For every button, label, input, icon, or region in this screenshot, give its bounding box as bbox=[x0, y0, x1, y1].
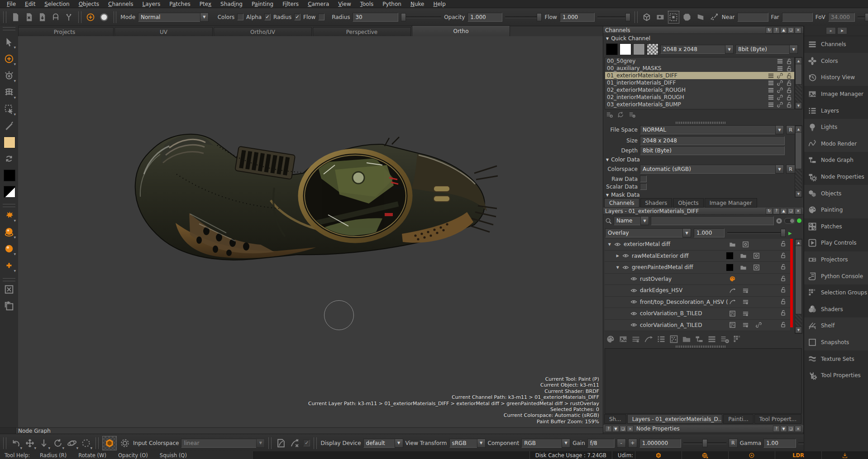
sidebar-item-python-console[interactable]: Python Console bbox=[804, 268, 868, 284]
add-image-layer-button[interactable] bbox=[617, 335, 630, 344]
filter-toggle[interactable] bbox=[784, 218, 795, 224]
layer-expander[interactable]: ▼ bbox=[605, 242, 611, 246]
layer-lock-icon[interactable] bbox=[780, 309, 787, 316]
projection-patch-select-button[interactable] bbox=[668, 11, 679, 23]
layer-maskdot-icon[interactable] bbox=[742, 241, 749, 248]
sphere-preview[interactable]: ▼ bbox=[3, 243, 15, 255]
close-project-button[interactable] bbox=[24, 11, 34, 23]
shader-settings-button[interactable] bbox=[119, 437, 131, 449]
search-filter-dropdown[interactable]: Name▼ bbox=[614, 216, 649, 225]
blend-amount-slider[interactable] bbox=[727, 229, 786, 237]
layer-expander[interactable]: ▶ bbox=[605, 254, 619, 258]
viewport-tab-ortho[interactable]: Ortho bbox=[412, 25, 510, 36]
opacity-input[interactable]: 1.000 bbox=[467, 13, 502, 22]
channel-menu-icon[interactable] bbox=[768, 72, 774, 79]
menu-layers[interactable]: Layers bbox=[138, 0, 165, 8]
undo-view-button[interactable]: ▼ bbox=[10, 437, 22, 449]
sidebar-item-shelf[interactable]: Shelf bbox=[804, 317, 868, 334]
layer-folder-icon[interactable] bbox=[740, 252, 747, 259]
flow-slider[interactable] bbox=[597, 13, 630, 21]
viewport-tab-projects[interactable]: Projects bbox=[15, 27, 114, 36]
color-data-header[interactable]: ▼Color Data bbox=[606, 156, 640, 163]
scalar-data-checkbox[interactable] bbox=[640, 183, 647, 190]
layer-folder-icon[interactable] bbox=[740, 264, 747, 271]
channel-link-icon[interactable] bbox=[777, 94, 783, 101]
properties-scrollbar[interactable]: ▲ ▼ bbox=[795, 125, 802, 198]
sidebar-item-tool-properties[interactable]: Tool Properties bbox=[804, 367, 868, 384]
viewport-tab-uv[interactable]: UV bbox=[114, 27, 213, 36]
menu-camera[interactable]: Camera bbox=[304, 0, 333, 8]
channel-link-icon[interactable] bbox=[777, 87, 783, 94]
add-channel-button[interactable] bbox=[606, 111, 613, 118]
toolbar-grip[interactable] bbox=[3, 204, 15, 207]
channel-row[interactable]: 01_interiorMaterials_DIFF bbox=[605, 79, 794, 86]
warp-tool[interactable]: ▼ bbox=[3, 86, 15, 98]
menu-shading[interactable]: Shading bbox=[216, 0, 247, 8]
splitter-handle[interactable] bbox=[676, 345, 725, 348]
layer-folder-icon[interactable] bbox=[729, 241, 736, 248]
background-color-swatch[interactable] bbox=[4, 170, 15, 181]
layer-grid-view-button[interactable] bbox=[731, 335, 744, 344]
opacity-slider[interactable] bbox=[505, 13, 542, 21]
channel-link-icon[interactable] bbox=[777, 80, 783, 86]
toolbar-grip[interactable] bbox=[95, 437, 99, 449]
ptex-import-button[interactable] bbox=[50, 11, 61, 23]
brush-tip-preview[interactable] bbox=[99, 11, 110, 23]
sidebar-item-modo-render[interactable]: Modo Render bbox=[804, 136, 868, 152]
layer-curve-icon[interactable] bbox=[729, 287, 736, 294]
radius-slider[interactable] bbox=[401, 13, 441, 21]
mask-data-header[interactable]: ▼Mask Data bbox=[606, 192, 640, 198]
node-properties-header[interactable]: ?▼ ❏× Node Properties ?▼ ❏× bbox=[603, 425, 803, 433]
sync-channel-button[interactable] bbox=[617, 111, 624, 118]
layer-visibility-icon[interactable] bbox=[630, 287, 637, 294]
remove-layer-button[interactable] bbox=[718, 335, 731, 344]
flow-checkbox[interactable] bbox=[318, 14, 324, 20]
layer-lock-icon[interactable] bbox=[780, 298, 787, 305]
paint-mode-dropdown[interactable]: Normal▼ bbox=[138, 13, 209, 22]
add-adjustment-layer-button[interactable] bbox=[630, 335, 642, 344]
layer-row[interactable]: ▼ greenPaintedMetal diff bbox=[605, 262, 790, 274]
toolbar-grip[interactable] bbox=[634, 11, 638, 23]
layer-row[interactable]: colorVariation_B_TILED bbox=[605, 308, 790, 320]
add-item[interactable]: ▼ bbox=[3, 260, 15, 271]
panel-window-buttons[interactable]: ↻? ▲❏ × bbox=[766, 208, 801, 214]
channel-menu-icon[interactable] bbox=[777, 58, 783, 65]
model-k3-m11[interactable] bbox=[122, 120, 498, 276]
quick-size-dropdown[interactable]: 2048 x 2048▼ bbox=[660, 45, 734, 54]
file-space-reset-button[interactable]: R bbox=[786, 125, 795, 134]
channel-row[interactable]: 00_auxiliary_MASKS bbox=[605, 65, 794, 72]
curve-clear-button[interactable] bbox=[289, 437, 301, 449]
record-status-icon[interactable] bbox=[729, 451, 775, 459]
marquee-select-tool[interactable]: ▼ bbox=[3, 103, 15, 115]
fov-input[interactable]: 34.000 bbox=[828, 13, 855, 22]
layer-lock-icon[interactable] bbox=[780, 286, 787, 293]
projection-on[interactable]: ▼ bbox=[3, 226, 15, 238]
channel-scrollbar[interactable]: ▲ ▼ bbox=[795, 57, 802, 109]
channel-menu-icon[interactable] bbox=[768, 101, 774, 108]
layer-lock-icon[interactable] bbox=[780, 240, 787, 247]
toolbar-grip[interactable] bbox=[268, 437, 272, 449]
gain-reset-button[interactable]: R bbox=[729, 439, 738, 448]
dock-tab[interactable]: Painti... bbox=[723, 414, 753, 424]
projection-eye-card-button[interactable] bbox=[655, 11, 666, 23]
menu-edit[interactable]: Edit bbox=[21, 0, 39, 8]
menu-patches[interactable]: Patches bbox=[165, 0, 195, 8]
ldr-indicator[interactable]: LDR bbox=[775, 451, 821, 459]
expand-all-icon[interactable]: » bbox=[826, 27, 836, 34]
fov-slider[interactable] bbox=[858, 13, 868, 21]
sidebar-item-snapshots[interactable]: Snapshots bbox=[804, 334, 868, 351]
layers-panel-header[interactable]: Layers - 01_exteriorMaterials_DIFF ↻? ▲❏… bbox=[603, 208, 803, 215]
channel-lock-icon[interactable] bbox=[786, 58, 792, 65]
quick-swatch-white[interactable] bbox=[620, 43, 631, 55]
layer-search-input[interactable] bbox=[651, 216, 774, 225]
menu-file[interactable]: File bbox=[3, 0, 20, 8]
pin-cursor-icon[interactable]: ➤ bbox=[837, 27, 847, 34]
viewport-tab-perspective[interactable]: Perspective bbox=[313, 27, 411, 36]
layer-lock-icon[interactable] bbox=[780, 321, 787, 328]
gain-plus-button[interactable]: + bbox=[628, 439, 637, 448]
channel-lock-icon[interactable] bbox=[786, 94, 792, 101]
layer-row[interactable]: ▼ exteriorMetal diff bbox=[605, 239, 790, 251]
quick-swatch-checker[interactable] bbox=[647, 43, 658, 55]
curve-lut-button[interactable] bbox=[275, 437, 287, 449]
add-paint-layer-button[interactable] bbox=[604, 335, 617, 344]
